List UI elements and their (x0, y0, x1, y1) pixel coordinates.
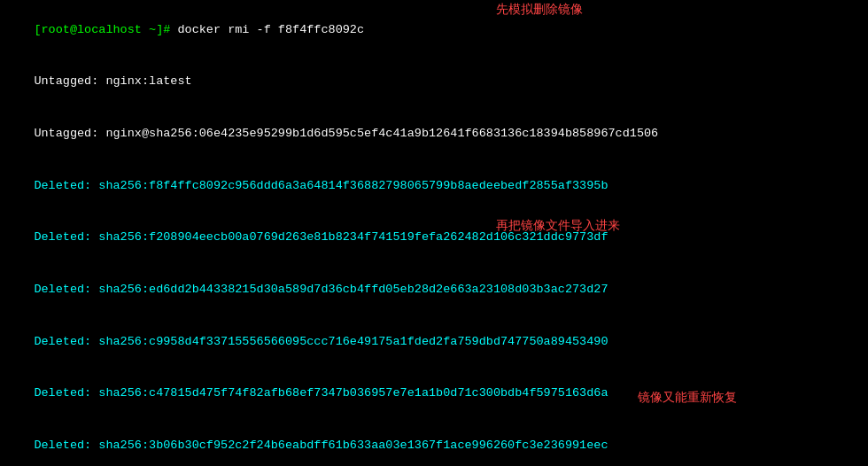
annotation-load: 再把镜像文件导入进来 (496, 218, 620, 236)
deleted-4: Deleted: sha256:c9958d4f33715556566095cc… (34, 335, 608, 348)
terminal: [root@localhost ~]# docker rmi -f f8f4ff… (0, 0, 868, 466)
line-4: Deleted: sha256:f8f4ffc8092c956ddd6a3a64… (5, 159, 863, 212)
line-2: Untagged: nginx:latest (5, 56, 863, 108)
line-7: Deleted: sha256:c9958d4f33715556566095cc… (5, 315, 863, 368)
deleted-3: Deleted: sha256:ed6dd2b44338215d30a589d7… (34, 283, 608, 296)
untagged-1: Untagged: nginx:latest (34, 74, 191, 88)
deleted-6: Deleted: sha256:3b06b30cf952c2f24b6eabdf… (34, 439, 608, 452)
cmd-1: docker rmi -f f8f4ffc8092c (177, 23, 364, 36)
annotation-restore: 镜像又能重新恢复 (638, 390, 737, 408)
deleted-5: Deleted: sha256:c47815d475f74f82afb68ef7… (34, 386, 608, 400)
line-6: Deleted: sha256:ed6dd2b44338215d30a589d7… (5, 263, 863, 315)
line-9: Deleted: sha256:3b06b30cf952c2f24b6eabdf… (5, 420, 863, 467)
line-3: Untagged: nginx@sha256:06e4235e95299b1d6… (5, 107, 863, 159)
annotation-delete: 先模拟删除镜像 (496, 2, 583, 19)
line-1: [root@localhost ~]# docker rmi -f f8f4ff… (5, 4, 863, 56)
untagged-2: Untagged: nginx@sha256:06e4235e95299b1d6… (34, 127, 658, 140)
prompt-1: [root@localhost ~]# (34, 23, 177, 36)
line-5: Deleted: sha256:f208904eecb00a0769d263e8… (5, 212, 863, 264)
deleted-1: Deleted: sha256:f8f4ffc8092c956ddd6a3a64… (34, 179, 608, 192)
